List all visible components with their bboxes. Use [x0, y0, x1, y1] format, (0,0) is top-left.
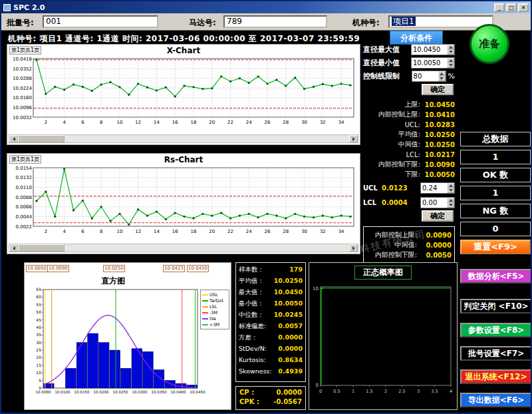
svg-text:4: 4 — [450, 389, 452, 394]
motor-input[interactable]: 789 — [223, 15, 327, 28]
scroll-left-icon[interactable] — [9, 244, 18, 252]
scrollbar-track[interactable] — [65, 244, 349, 252]
svg-text:0.0132: 0.0132 — [16, 175, 33, 180]
svg-text:10.0100: 10.0100 — [55, 390, 70, 394]
svg-text:2: 2 — [45, 120, 47, 125]
rs-chart-page-tab[interactable]: 第1页共1页 — [9, 155, 41, 164]
spin-down-icon[interactable] — [447, 188, 454, 194]
total-data-value: 1 — [460, 150, 531, 164]
machine-input[interactable]: 项目1 — [388, 15, 493, 28]
spin-up-icon[interactable] — [447, 198, 454, 203]
reset-button[interactable]: 重置<F9> — [460, 240, 531, 254]
stat-value: 10.0250 — [420, 131, 455, 138]
stat-value: 10.0245 — [274, 311, 303, 322]
svg-text:24: 24 — [246, 229, 252, 234]
x-chart-scrollbar[interactable] — [9, 134, 358, 143]
export-data-button[interactable]: 导出数据<F6> — [460, 393, 532, 407]
lcl-spin-input[interactable]: 0.00 — [420, 197, 455, 208]
svg-text:30: 30 — [36, 340, 41, 345]
x-chart-svg: 10.041810.035210.028810.022410.016010.00… — [8, 56, 359, 126]
total-data-label: 总数据 — [460, 132, 531, 146]
stat-label: 内部控制上限: — [366, 230, 417, 240]
judge-close-button[interactable]: 判定关闭 <F10> — [460, 299, 532, 313]
ucl-spin-input[interactable]: 0.24 — [420, 182, 455, 194]
cpk-value: -0.0567 — [273, 398, 302, 407]
param-settings-button[interactable]: 参数设置<F8> — [460, 323, 532, 337]
stat-row: 上限:10.0450 — [363, 100, 455, 109]
spin-down-icon[interactable] — [447, 50, 454, 55]
batch-settings-button[interactable]: 批号设置<F7> — [460, 346, 532, 361]
svg-text:4: 4 — [63, 229, 66, 234]
svg-text:10.0080: 10.0080 — [35, 390, 51, 394]
scroll-left-icon[interactable] — [9, 135, 18, 142]
lcl-label: LCL — [363, 199, 382, 206]
stat-label: 样本数 : — [239, 266, 262, 277]
stat-row: 平均值 :10.0250 — [239, 277, 303, 288]
marker-label: 10.0423 — [163, 265, 185, 272]
svg-text:32: 32 — [320, 120, 326, 125]
scroll-right-icon[interactable] — [349, 244, 358, 252]
exit-system-button[interactable]: 退出系统<F12> — [460, 369, 532, 384]
stat-row: LCL:10.0217 — [363, 150, 455, 159]
analysis-condition-button[interactable]: 分析条件 — [390, 31, 443, 45]
x-chart-page-tab[interactable]: 第1页共1页 — [9, 46, 41, 55]
confirm-button[interactable]: 确定 — [422, 84, 454, 95]
svg-text:60: 60 — [36, 294, 41, 299]
control-limit-input[interactable]: 80 — [412, 71, 446, 82]
spin-down-icon[interactable] — [447, 203, 454, 208]
scrollbar-thumb[interactable] — [18, 135, 65, 142]
scrollbar-thumb[interactable] — [18, 244, 65, 252]
legend-label: +3M — [209, 322, 219, 327]
scroll-right-icon[interactable] — [349, 135, 358, 142]
batch-input[interactable]: 001 — [43, 15, 158, 28]
svg-text:1.5: 1.5 — [366, 389, 372, 394]
data-analysis-button[interactable]: 数据分析<F5> — [460, 269, 532, 284]
spinner-arrows — [447, 183, 454, 193]
diameter-min-input[interactable]: 10.0050 — [411, 57, 455, 69]
confirm-button-2[interactable]: 确定 — [422, 210, 454, 222]
svg-text:15: 15 — [36, 363, 41, 367]
svg-text:32: 32 — [320, 229, 326, 234]
ready-button[interactable]: 准备 — [469, 24, 509, 64]
param-stats: 上限:10.0450内部控制上限:10.0410UCL:10.0283平均值:1… — [363, 100, 455, 179]
rs-chart-scrollbar[interactable] — [9, 244, 358, 252]
svg-text:14: 14 — [154, 120, 160, 125]
scrollbar-track[interactable] — [65, 135, 349, 142]
svg-text:22: 22 — [227, 120, 233, 125]
ok-count-value: 1 — [460, 186, 531, 200]
svg-text:3.5: 3.5 — [431, 389, 438, 394]
close-button[interactable]: ✕ — [518, 3, 529, 12]
svg-text:8: 8 — [100, 229, 102, 234]
spin-down-icon[interactable] — [447, 63, 454, 69]
spin-up-icon[interactable] — [447, 183, 454, 188]
svg-text:0: 0 — [319, 389, 322, 394]
spin-down-icon[interactable] — [438, 77, 446, 82]
svg-text:10.0418: 10.0418 — [13, 57, 32, 62]
spin-up-icon[interactable] — [447, 45, 454, 50]
stat-row: 最小值 :10.0050 — [239, 300, 303, 311]
svg-text:28: 28 — [283, 229, 289, 234]
maximize-button[interactable]: □ — [506, 3, 517, 12]
spinner-arrows — [447, 45, 454, 55]
diameter-max-input[interactable]: 10.0450 — [411, 44, 455, 55]
spin-up-icon[interactable] — [438, 71, 446, 77]
svg-text:12: 12 — [135, 229, 141, 234]
svg-text:55: 55 — [36, 302, 41, 307]
legend-item: IVa — [202, 315, 227, 321]
svg-text:10.0400: 10.0400 — [170, 390, 186, 394]
stat-label: 中间值: — [366, 240, 417, 250]
stat-row: 中间值:0.0000 — [366, 240, 452, 250]
stat-row: 中位数 :10.0245 — [239, 311, 303, 322]
stat-value: 10.0250 — [420, 141, 455, 148]
svg-text:26: 26 — [265, 120, 271, 125]
svg-text:6: 6 — [81, 120, 84, 125]
lcl-spin-value: 0.00 — [421, 198, 447, 208]
stat-row: 内部控制下限:10.0090 — [363, 160, 455, 169]
svg-text:30: 30 — [301, 229, 307, 234]
svg-text:24: 24 — [246, 120, 252, 125]
svg-text:4: 4 — [63, 120, 66, 125]
svg-text:10.0150: 10.0150 — [74, 390, 90, 394]
spin-up-icon[interactable] — [447, 58, 454, 63]
minimize-button[interactable]: _ — [494, 3, 505, 12]
stat-value: 0.0090 — [417, 232, 452, 239]
